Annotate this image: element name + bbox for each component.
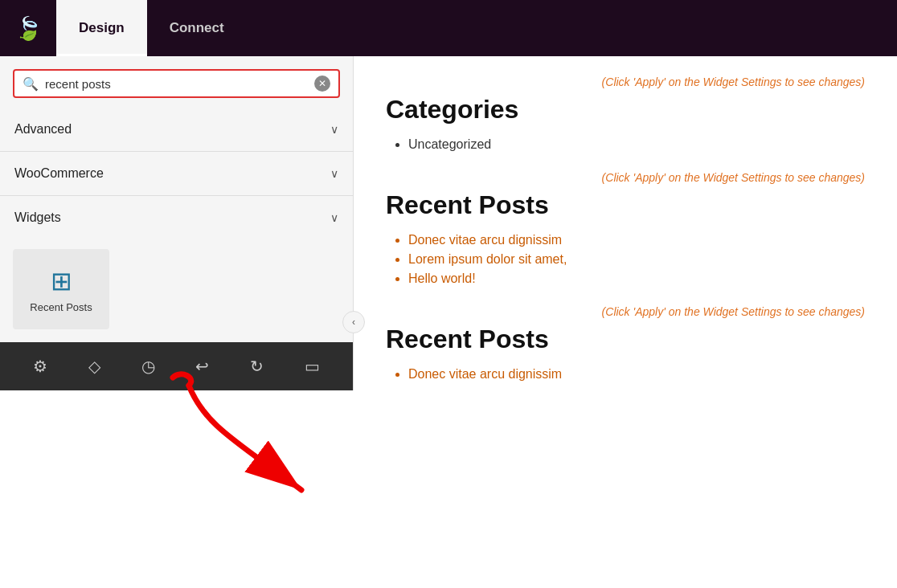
mobile-preview-icon[interactable]: ▭ bbox=[305, 357, 320, 376]
main-layout: 🔍 ✕ Advanced ∨ WooCommerce ∨ bbox=[0, 56, 897, 588]
list-item[interactable]: Lorem ipsum dolor sit amet, bbox=[408, 252, 865, 267]
layers-icon[interactable]: ◇ bbox=[88, 357, 100, 376]
woocommerce-chevron: ∨ bbox=[330, 167, 338, 180]
sidebar-collapse-button[interactable]: ‹ bbox=[342, 311, 365, 333]
hint-categories: (Click 'Apply' on the Widget Settings to… bbox=[386, 76, 865, 88]
list-item: Uncategorized bbox=[408, 137, 865, 152]
search-input[interactable] bbox=[45, 77, 308, 91]
advanced-label: Advanced bbox=[14, 122, 72, 137]
widgets-label: Widgets bbox=[14, 210, 61, 225]
sidebar-sections: Advanced ∨ WooCommerce ∨ Widgets ∨ ⊞ bbox=[0, 108, 353, 342]
list-item[interactable]: Donec vitae arcu dignissim bbox=[408, 233, 865, 247]
recent-posts-title-1: Recent Posts bbox=[386, 190, 865, 220]
content-area: (Click 'Apply' on the Widget Settings to… bbox=[354, 56, 897, 588]
section-woocommerce[interactable]: WooCommerce ∨ bbox=[0, 151, 353, 195]
recent-posts-list-2: Donec vitae arcu dignissim bbox=[386, 367, 865, 382]
logo-area: 🍃 bbox=[0, 15, 56, 42]
top-nav: 🍃 Design Connect bbox=[0, 0, 897, 56]
search-clear-button[interactable]: ✕ bbox=[314, 76, 330, 92]
settings-icon[interactable]: ⚙ bbox=[33, 357, 47, 376]
widgets-content: ⊞ Recent Posts bbox=[0, 239, 353, 342]
search-icon: 🔍 bbox=[23, 76, 39, 92]
undo-icon[interactable]: ↩ bbox=[195, 357, 209, 376]
redo-icon[interactable]: ↻ bbox=[250, 357, 264, 376]
list-item[interactable]: Hello world! bbox=[408, 272, 865, 286]
logo-icon: 🍃 bbox=[14, 15, 43, 42]
recent-posts-list-1: Donec vitae arcu dignissim Lorem ipsum d… bbox=[386, 233, 865, 286]
hint-recent-posts-2: (Click 'Apply' on the Widget Settings to… bbox=[386, 305, 865, 318]
widget-recent-posts-label: Recent Posts bbox=[30, 301, 92, 313]
list-item[interactable]: Donec vitae arcu dignissim bbox=[408, 367, 865, 382]
sidebar: 🔍 ✕ Advanced ∨ WooCommerce ∨ bbox=[0, 56, 354, 390]
content-section-recent-posts-2: (Click 'Apply' on the Widget Settings to… bbox=[386, 305, 865, 382]
bottom-toolbar: ⚙ ◇ ◷ ↩ ↻ ▭ bbox=[0, 342, 353, 390]
hint-recent-posts-1: (Click 'Apply' on the Widget Settings to… bbox=[386, 171, 865, 184]
section-advanced[interactable]: Advanced ∨ bbox=[0, 108, 353, 151]
wordpress-icon: ⊞ bbox=[51, 266, 72, 296]
content-section-recent-posts-1: (Click 'Apply' on the Widget Settings to… bbox=[386, 171, 865, 286]
widget-recent-posts[interactable]: ⊞ Recent Posts bbox=[13, 249, 109, 329]
categories-list: Uncategorized bbox=[386, 137, 865, 152]
recent-posts-title-2: Recent Posts bbox=[386, 325, 865, 354]
search-box: 🔍 ✕ bbox=[13, 69, 340, 98]
categories-title: Categories bbox=[386, 95, 865, 125]
widget-grid: ⊞ Recent Posts bbox=[13, 249, 340, 329]
tab-connect[interactable]: Connect bbox=[147, 0, 247, 56]
woocommerce-label: WooCommerce bbox=[14, 166, 104, 181]
content-section-categories: (Click 'Apply' on the Widget Settings to… bbox=[386, 76, 865, 152]
search-area: 🔍 ✕ bbox=[0, 56, 353, 108]
tab-design[interactable]: Design bbox=[56, 0, 147, 56]
history-icon[interactable]: ◷ bbox=[141, 357, 155, 376]
sidebar-wrapper: 🔍 ✕ Advanced ∨ WooCommerce ∨ bbox=[0, 56, 354, 588]
section-widgets[interactable]: Widgets ∨ bbox=[0, 195, 353, 239]
widgets-chevron: ∨ bbox=[330, 211, 338, 224]
advanced-chevron: ∨ bbox=[330, 123, 338, 136]
